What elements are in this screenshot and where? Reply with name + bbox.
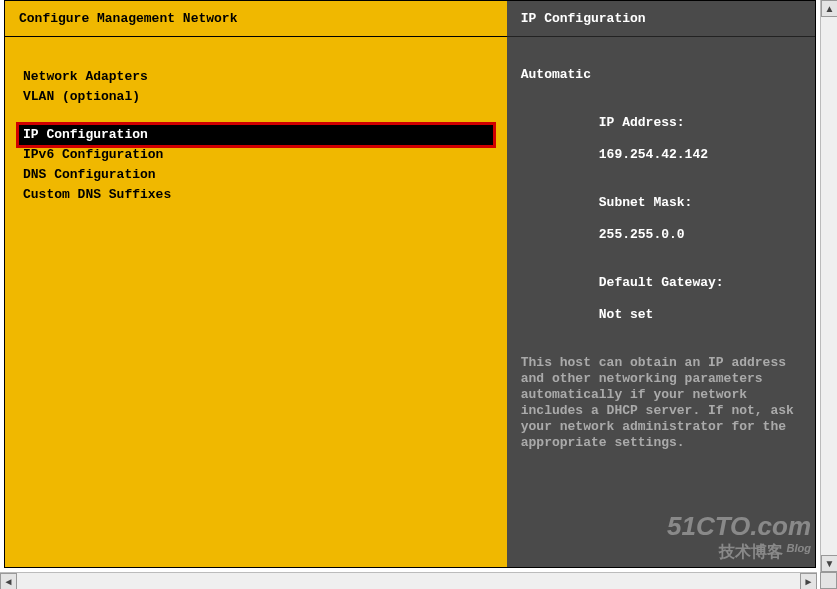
- subnet-mask-row: Subnet Mask: 255.255.0.0: [521, 179, 801, 259]
- chevron-left-icon: ◄: [4, 576, 14, 587]
- chevron-up-icon: ▲: [825, 3, 835, 14]
- ip-mode: Automatic: [521, 67, 801, 83]
- scroll-down-button[interactable]: ▼: [821, 555, 837, 572]
- scroll-up-button[interactable]: ▲: [821, 0, 837, 17]
- menu-ip-configuration[interactable]: IP Configuration: [19, 125, 493, 145]
- menu-ipv6-configuration[interactable]: IPv6 Configuration: [19, 145, 493, 165]
- right-panel-title: IP Configuration: [507, 1, 815, 37]
- ip-description: This host can obtain an IP address and o…: [521, 355, 801, 451]
- chevron-down-icon: ▼: [825, 558, 835, 569]
- viewport: Configure Management Network Network Ada…: [0, 0, 837, 589]
- scrollbar-corner: [820, 572, 837, 589]
- scroll-right-button[interactable]: ►: [800, 573, 817, 589]
- left-panel: Configure Management Network Network Ada…: [5, 1, 507, 567]
- menu-custom-dns-suffixes[interactable]: Custom DNS Suffixes: [19, 185, 493, 205]
- menu-network-adapters[interactable]: Network Adapters: [19, 67, 493, 87]
- menu-group-a: Network Adapters VLAN (optional): [19, 67, 493, 107]
- default-gateway-row: Default Gateway: Not set: [521, 259, 801, 339]
- menu-group-b: IP Configuration IPv6 Configuration DNS …: [19, 125, 493, 205]
- default-gateway-label: Default Gateway:: [599, 275, 724, 290]
- menu-dns-configuration[interactable]: DNS Configuration: [19, 165, 493, 185]
- left-menu: Network Adapters VLAN (optional) IP Conf…: [5, 37, 507, 567]
- left-panel-title: Configure Management Network: [5, 1, 507, 37]
- chevron-right-icon: ►: [804, 576, 814, 587]
- right-panel: IP Configuration Automatic IP Address: 1…: [507, 1, 815, 567]
- ip-address-label: IP Address:: [599, 115, 685, 130]
- vertical-scrollbar[interactable]: ▲ ▼: [820, 0, 837, 572]
- default-gateway-value: Not set: [599, 307, 654, 322]
- subnet-mask-label: Subnet Mask:: [599, 195, 693, 210]
- console-window: Configure Management Network Network Ada…: [4, 0, 816, 568]
- ip-address-value: 169.254.42.142: [599, 147, 708, 162]
- horizontal-scrollbar[interactable]: ◄ ►: [0, 572, 817, 589]
- menu-vlan[interactable]: VLAN (optional): [19, 87, 493, 107]
- ip-address-row: IP Address: 169.254.42.142: [521, 99, 801, 179]
- right-panel-body: Automatic IP Address: 169.254.42.142 Sub…: [507, 37, 815, 567]
- scroll-left-button[interactable]: ◄: [0, 573, 17, 589]
- subnet-mask-value: 255.255.0.0: [599, 227, 685, 242]
